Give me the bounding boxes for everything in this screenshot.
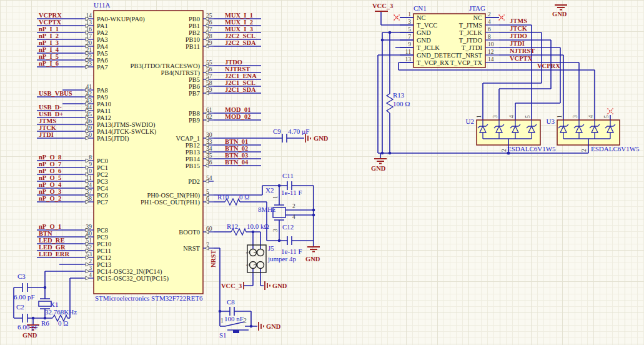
mcu-pin-name[interactable]: PC4: [97, 185, 109, 192]
c11-designator[interactable]: C11: [282, 172, 294, 179]
jtag-pin-name[interactable]: GND: [417, 29, 431, 36]
switch-s1-actuator[interactable]: [233, 330, 239, 333]
mcu-pin-number[interactable]: 60: [206, 226, 212, 232]
c8-designator[interactable]: C8: [227, 298, 235, 306]
net-label[interactable]: JTDO: [225, 59, 242, 66]
mcu-pin-name[interactable]: PB13: [186, 149, 200, 156]
net-label[interactable]: MUX_I_2: [225, 19, 253, 26]
jtag-pin-name[interactable]: T_JCLK: [417, 44, 440, 51]
net-label[interactable]: VCPTX: [510, 55, 533, 62]
mcu-pin-name[interactable]: PB8: [189, 110, 200, 117]
net-label[interactable]: JTCK: [510, 25, 528, 32]
mcu-pin-name[interactable]: PB10: [186, 36, 200, 43]
jtag-pin-name[interactable]: GND: [417, 37, 431, 44]
gnd-port-label[interactable]: GND: [314, 135, 329, 142]
esd-pin-number[interactable]: 5: [525, 115, 531, 118]
esd-designator[interactable]: U2: [466, 118, 474, 125]
mcu-pin-number[interactable]: 52: [86, 244, 92, 251]
x1-value[interactable]: 32.768KHz: [45, 308, 77, 316]
mcu-pin-name[interactable]: PA4: [97, 43, 108, 50]
mcu-pin-number[interactable]: 11: [86, 175, 92, 181]
mcu-pin-number[interactable]: 7: [206, 242, 209, 248]
c9-designator[interactable]: C9: [273, 128, 281, 135]
mcu-pin-number[interactable]: 2: [89, 258, 92, 264]
jumper-j5-body[interactable]: [247, 245, 266, 272]
mcu-pin-name[interactable]: PA8: [97, 87, 108, 94]
mcu-pin-name[interactable]: PH1-OSC_OUT(PH1): [141, 199, 201, 206]
net-label[interactable]: J2C1_SDA: [225, 86, 256, 93]
jtag-pin-number[interactable]: 2: [488, 11, 491, 18]
mcu-pin-name[interactable]: PB12: [186, 142, 200, 149]
gnd-port-label[interactable]: GND: [552, 11, 567, 18]
jtag-pin-name[interactable]: GND_DETECT: [417, 52, 460, 59]
mcu-pin-number[interactable]: 28: [206, 33, 212, 39]
mcu-pin-name[interactable]: PB0: [189, 16, 200, 22]
jtag-designator[interactable]: CN1: [414, 4, 427, 12]
mcu-pin-number[interactable]: 9: [89, 161, 92, 168]
net-label[interactable]: nP_I_1: [39, 26, 59, 32]
net-label[interactable]: MOD_02: [225, 113, 250, 120]
mcu-pin-number[interactable]: 10: [86, 168, 92, 174]
mcu-pin-name[interactable]: PA2: [97, 29, 108, 36]
jtag-pin-number[interactable]: 3: [408, 19, 411, 25]
net-label[interactable]: J2C1_SCL: [225, 79, 255, 86]
mcu-pin-name[interactable]: PC7: [97, 199, 108, 206]
vcc3-port-label[interactable]: VCC_3: [372, 2, 393, 9]
esd-pin-number[interactable]: 4: [508, 115, 515, 118]
jtag-pin-name[interactable]: T_JTMS: [459, 22, 483, 29]
r12-designator[interactable]: R12: [227, 222, 238, 230]
c11-value[interactable]: 1e-11 F: [281, 189, 302, 196]
mcu-pin-number[interactable]: 44: [86, 104, 92, 111]
esd-pin-number[interactable]: 1: [557, 115, 563, 118]
net-label[interactable]: NJTRST: [225, 66, 250, 72]
mcu-pin-name[interactable]: PC3: [97, 178, 108, 185]
mcu-pin-name[interactable]: PA3: [97, 36, 108, 43]
net-label[interactable]: MOD_01: [225, 106, 250, 113]
net-label[interactable]: VCPRX: [39, 12, 62, 19]
net-label[interactable]: JTDO: [510, 32, 527, 39]
mcu-pin-name[interactable]: PC8: [97, 227, 108, 234]
net-label[interactable]: VCPTX: [39, 19, 62, 26]
jtag-pin-name[interactable]: T_JCLK: [459, 29, 482, 36]
mcu-pin-name[interactable]: PC12: [97, 254, 111, 261]
net-label[interactable]: USB_D-: [39, 104, 62, 111]
mcu-pin-name[interactable]: PB11: [186, 43, 200, 50]
mcu-pin-number[interactable]: 43: [86, 98, 92, 104]
net-label[interactable]: JTCK: [39, 124, 57, 131]
mcu-pin-number[interactable]: 13: [86, 19, 92, 26]
mcu-pin-name[interactable]: PC6: [97, 192, 108, 199]
mcu-pin-name[interactable]: PA9: [97, 94, 108, 101]
mcu-designator[interactable]: U11A: [94, 1, 111, 9]
net-label[interactable]: nP_I_5: [39, 53, 59, 60]
esd-pin-number[interactable]: 1: [476, 115, 482, 118]
mcu-pin-number[interactable]: 3: [89, 265, 92, 271]
mcu-pin-name[interactable]: PC2: [97, 171, 108, 178]
r13-designator[interactable]: R13: [393, 91, 405, 99]
mcu-pin-name[interactable]: PC11: [97, 248, 111, 254]
mcu-part-name[interactable]: STMicroelectronics STM32F722RET6: [95, 294, 203, 302]
mcu-pin-number[interactable]: 51: [86, 238, 92, 244]
mcu-pin-number[interactable]: 29: [206, 40, 212, 46]
mcu-pin-name[interactable]: PB1: [189, 22, 200, 29]
mcu-pin-name[interactable]: PC9: [97, 234, 108, 241]
r10-designator[interactable]: R10: [217, 193, 229, 201]
net-label[interactable]: BTN_04: [225, 159, 249, 166]
jtag-pin-number[interactable]: 14: [488, 56, 494, 62]
mcu-pin-number[interactable]: 57: [206, 73, 212, 79]
net-label[interactable]: USB_VBUS: [39, 90, 72, 97]
esd-pin-number[interactable]: 3: [492, 115, 498, 118]
mcu-pin-number[interactable]: 17: [86, 33, 92, 39]
jtag-pin-number[interactable]: 4: [488, 19, 491, 25]
mcu-pin-name[interactable]: PB5: [189, 76, 200, 83]
mcu-pin-number[interactable]: 26: [206, 19, 212, 26]
mcu-pin-name[interactable]: PB2: [189, 29, 200, 36]
mcu-pin-number[interactable]: 35: [206, 152, 212, 159]
vcc3-port-label[interactable]: VCC_3: [221, 282, 242, 289]
jtag-pin-name[interactable]: T_VCC: [417, 22, 437, 29]
mcu-pin-name[interactable]: PC15-OSC32_OUT(PC15): [97, 275, 169, 282]
mcu-pin-number[interactable]: 53: [86, 251, 92, 258]
mcu-pin-number[interactable]: 21: [86, 47, 92, 53]
r10-value[interactable]: 0 Ω: [239, 193, 249, 201]
net-label[interactable]: nP_I_3: [39, 39, 59, 46]
mcu-pin-number[interactable]: 39: [86, 224, 92, 230]
